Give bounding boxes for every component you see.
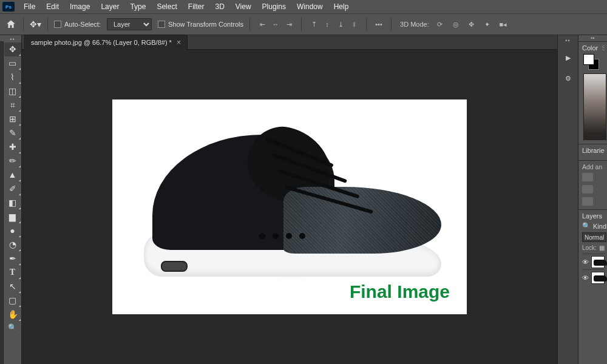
visibility-toggle-icon[interactable]: 👁 (582, 258, 589, 266)
layer-thumbnail[interactable] (591, 256, 605, 268)
layers-panel[interactable]: Layers 🔍 Kind Normal Lock: ▦ 👁 👁 (578, 209, 607, 289)
lasso-tool[interactable]: ⌇ (4, 70, 21, 84)
layers-panel-title[interactable]: Layers (582, 212, 605, 220)
menu-help[interactable]: Help (328, 1, 354, 13)
adjustments-panel[interactable]: Add an ad (578, 160, 607, 209)
history-brush-tool[interactable]: ✐ (4, 182, 21, 196)
zoom-tool[interactable]: 🔍 (4, 322, 21, 335)
menu-view[interactable]: View (230, 1, 257, 13)
pen-tool[interactable]: ✒ (4, 252, 21, 266)
document-area: sample photo.jpg @ 66.7% (Layer 0, RGB/8… (22, 35, 557, 364)
color-ramp[interactable] (583, 73, 606, 140)
foreground-background-swatch[interactable] (583, 54, 599, 70)
layer-row[interactable]: 👁 (582, 254, 605, 269)
rect-marquee-tool[interactable]: ▭ (4, 56, 21, 70)
show-transform-label: Show Transform Controls (168, 21, 243, 28)
panel-grip-icon[interactable]: •• (4, 36, 21, 42)
align-bottom-icon[interactable]: ⤓ (334, 18, 347, 30)
overlay-text: Final Image (350, 281, 450, 302)
move-tool-indicator-icon: ✥▾ (30, 19, 41, 29)
layer-thumbnail[interactable] (591, 272, 605, 284)
menu-filter[interactable]: Filter (183, 1, 210, 13)
search-icon[interactable]: 🔍 (582, 222, 591, 230)
left-collapse-strip[interactable] (0, 35, 4, 364)
panel-grip-icon[interactable]: •• (578, 35, 607, 41)
sliders-icon[interactable]: ⚙ (561, 72, 575, 85)
menu-image[interactable]: Image (64, 1, 95, 13)
eraser-tool[interactable]: ◧ (4, 196, 21, 210)
3d-orbit-icon[interactable]: ⟳ (435, 19, 445, 29)
dodge-tool[interactable]: ◔ (4, 238, 21, 252)
canvas[interactable]: Final Image (112, 99, 467, 314)
curves-icon[interactable] (582, 197, 593, 206)
menu-edit[interactable]: Edit (41, 1, 64, 13)
brightness-icon[interactable] (582, 173, 593, 181)
layer-filter-kind[interactable]: Kind (593, 223, 606, 230)
path-select-tool[interactable]: ↖ (4, 280, 21, 294)
separator (23, 18, 24, 31)
distribute-icon[interactable]: ⫴ (348, 18, 360, 30)
play-icon[interactable]: ▶ (561, 51, 575, 64)
align-right-icon[interactable]: ⇥ (283, 18, 295, 30)
rectangle-tool[interactable]: ▢ (4, 294, 21, 308)
blur-tool[interactable]: ● (4, 224, 21, 238)
swatches-tab[interactable]: S (602, 44, 605, 52)
menu-file[interactable]: File (18, 1, 41, 13)
3d-pan-icon[interactable]: ✥ (467, 19, 476, 29)
color-panel[interactable]: Color S (578, 41, 607, 144)
healing-brush-tool[interactable]: ✚ (4, 140, 21, 154)
checkbox-box[interactable] (54, 21, 61, 28)
align-top-icon[interactable]: ⤒ (308, 18, 320, 30)
3d-camera-icon[interactable]: ■◂ (498, 19, 508, 29)
eyedropper-tool[interactable]: ✎ (4, 126, 21, 140)
adjustments-hint: Add an ad (582, 163, 605, 170)
layer-row[interactable]: 👁 (582, 269, 605, 285)
lock-pixels-icon[interactable]: ▦ (599, 244, 605, 251)
foreground-color-swatch[interactable] (583, 54, 594, 65)
canvas-viewport[interactable]: Final Image (22, 50, 557, 364)
align-group-horizontal: ⇤ ↔ ⇥ (256, 18, 295, 30)
app-logo: Ps (2, 2, 15, 12)
levels-icon[interactable] (582, 185, 593, 194)
menu-select[interactable]: Select (151, 1, 182, 13)
color-panel-title[interactable]: Color (582, 44, 598, 52)
crop-tool[interactable]: ⌗ (4, 98, 21, 112)
document-tab[interactable]: sample photo.jpg @ 66.7% (Layer 0, RGB/8… (24, 35, 188, 50)
lock-label: Lock: (582, 244, 597, 251)
hand-tool[interactable]: ✋ (4, 308, 21, 322)
menu-layer[interactable]: Layer (95, 1, 124, 13)
align-left-icon[interactable]: ⇤ (256, 18, 268, 30)
document-tabs: sample photo.jpg @ 66.7% (Layer 0, RGB/8… (22, 35, 557, 50)
more-align-icon[interactable]: ••• (373, 18, 385, 30)
options-bar: ✥▾ Auto-Select: Layer Show Transform Con… (0, 13, 607, 35)
3d-roll-icon[interactable]: ◎ (451, 19, 461, 29)
menu-3d[interactable]: 3D (209, 1, 229, 13)
document-tab-title: sample photo.jpg @ 66.7% (Layer 0, RGB/8… (31, 39, 172, 46)
panel-grip-icon[interactable]: •• (565, 38, 570, 44)
gradient-tool[interactable]: ▆ (4, 210, 21, 224)
type-tool[interactable]: T (4, 266, 21, 280)
libraries-panel[interactable]: Libraries (578, 144, 607, 160)
show-transform-checkbox[interactable]: Show Transform Controls (158, 21, 243, 28)
menu-window[interactable]: Window (291, 1, 328, 13)
brush-tool[interactable]: ✏ (4, 154, 21, 168)
move-tool[interactable]: ✥ (4, 42, 21, 56)
close-tab-icon[interactable]: × (177, 38, 181, 47)
checkbox-box[interactable] (158, 21, 165, 28)
auto-select-target-select[interactable]: Layer (107, 18, 152, 30)
clone-stamp-tool[interactable]: ▲ (4, 168, 21, 182)
object-select-tool[interactable]: ◫ (4, 84, 21, 98)
align-center-h-icon[interactable]: ↔ (270, 18, 282, 30)
frame-tool[interactable]: ⊞ (4, 112, 21, 126)
menu-type[interactable]: Type (124, 1, 151, 13)
auto-select-checkbox[interactable]: Auto-Select: (54, 21, 101, 28)
libraries-panel-title[interactable]: Libraries (582, 147, 605, 154)
3d-slide-icon[interactable]: ✦ (483, 19, 492, 29)
auto-select-label: Auto-Select: (64, 21, 101, 28)
align-middle-v-icon[interactable]: ↕ (321, 18, 333, 30)
blend-mode-select[interactable]: Normal (582, 232, 606, 242)
visibility-toggle-icon[interactable]: 👁 (582, 274, 589, 281)
menu-plugins[interactable]: Plugins (257, 1, 291, 13)
adjustment-presets (582, 173, 605, 206)
home-button[interactable] (5, 19, 17, 30)
